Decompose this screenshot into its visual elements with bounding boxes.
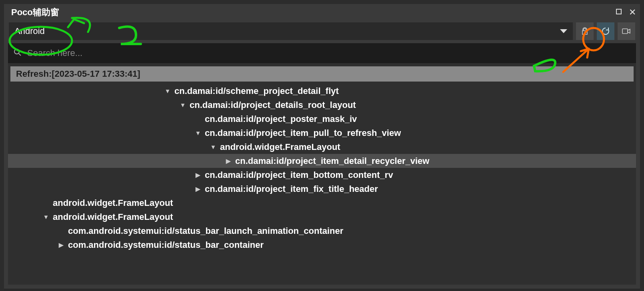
svg-line-2 [19,54,21,56]
camera-icon [622,28,631,35]
tree-node[interactable]: cn.damai:id/project_item_pull_to_refresh… [8,126,636,140]
content-area: Refresh:[2023-05-17 17:33:41] cn.damai:i… [8,43,636,285]
tree-node[interactable]: cn.damai:id/project_item_fix_title_heade… [8,182,636,196]
search-icon [14,48,22,58]
tree-node-label: com.android.systemui:id/status_bar_conta… [68,240,264,250]
tree-node-label: cn.damai:id/project_poster_mask_iv [205,114,357,124]
search-bar [8,43,636,63]
search-input[interactable] [27,48,630,58]
platform-dropdown-value: Android [14,26,45,36]
maximize-icon [616,9,622,14]
chevron-down-icon [560,29,567,33]
tree-node[interactable]: com.android.systemui:id/status_bar_launc… [8,224,636,238]
tree-node-label: cn.damai:id/project_item_pull_to_refresh… [205,128,401,138]
maximize-button[interactable] [616,9,622,16]
refresh-tree-button[interactable] [597,22,614,40]
tree-node-label: cn.damai:id/scheme_project_detail_flyt [174,86,339,96]
tree-node[interactable]: cn.damai:id/project_item_detail_recycler… [8,154,636,168]
expand-arrow-right-icon[interactable] [224,157,233,165]
tree-node[interactable]: cn.damai:id/scheme_project_detail_flyt [8,84,636,98]
expand-arrow-right-icon[interactable] [194,185,202,193]
tree-node[interactable]: android.widget.FrameLayout [8,210,636,224]
tree-node[interactable]: android.widget.FrameLayout [8,196,636,210]
expand-arrow-down-icon[interactable] [42,213,50,220]
toolbar: Android [4,20,640,43]
expand-arrow-down-icon[interactable] [194,130,202,136]
svg-point-1 [14,49,19,54]
lock-button[interactable] [576,22,594,40]
hierarchy-tree[interactable]: cn.damai:id/scheme_project_detail_flytcn… [8,83,636,285]
tree-node[interactable]: cn.damai:id/project_poster_mask_iv [8,112,636,126]
tree-node[interactable]: cn.damai:id/project_details_root_layout [8,98,636,112]
tree-node-label: android.widget.FrameLayout [53,198,173,208]
refresh-timestamp-bar: Refresh:[2023-05-17 17:33:41] [10,66,634,82]
tree-node-label: cn.damai:id/project_item_detail_recycler… [235,156,429,166]
tree-node-label: cn.damai:id/project_item_fix_title_heade… [205,184,378,194]
tree-node[interactable]: cn.damai:id/project_item_bottom_content_… [8,168,636,182]
expand-arrow-right-icon[interactable] [194,171,202,179]
expand-arrow-down-icon[interactable] [178,102,187,108]
tree-node-label: android.widget.FrameLayout [53,212,173,222]
record-button[interactable] [618,22,635,40]
expand-arrow-down-icon[interactable] [209,144,218,150]
tree-node-label: cn.damai:id/project_item_bottom_content_… [205,170,393,180]
expand-arrow-right-icon[interactable] [57,241,66,249]
tree-node-label: com.android.systemui:id/status_bar_launc… [68,226,343,236]
refresh-icon [601,27,610,36]
tree-node-label: android.widget.FrameLayout [220,142,340,152]
svg-rect-0 [622,29,628,34]
tree-node-label: cn.damai:id/project_details_root_layout [190,100,356,110]
close-button[interactable]: ✕ [629,10,636,15]
tree-node[interactable]: android.widget.FrameLayout [8,140,636,154]
platform-dropdown[interactable]: Android [9,22,573,40]
expand-arrow-down-icon[interactable] [163,88,172,94]
window-title: Poco辅助窗 [11,6,59,18]
title-bar: Poco辅助窗 ✕ [4,4,640,20]
tree-node[interactable]: com.android.systemui:id/status_bar_conta… [8,238,636,252]
footer-divider [4,289,640,291]
lock-icon [581,27,589,35]
